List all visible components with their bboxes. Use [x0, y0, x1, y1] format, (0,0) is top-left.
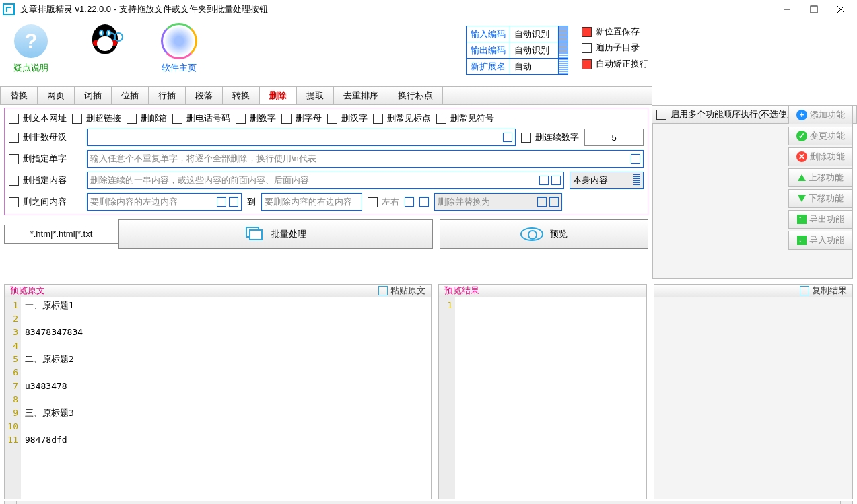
mid-row: *.htm|*.html|*.txt 批量处理 预览 — [0, 219, 652, 249]
window-title: 文章排版精灵 v1.22.0.0 - 支持拖放文件或文件夹到批量处理按钮 — [20, 3, 774, 15]
tab-9[interactable]: 去重排序 — [334, 87, 388, 104]
del-opt-6[interactable]: 删汉字 — [327, 112, 368, 124]
qq-icon — [88, 24, 122, 58]
tab-7[interactable]: 删除 — [260, 87, 297, 104]
tab-1[interactable]: 网页 — [38, 87, 75, 104]
newpos-checkbox[interactable]: 新位置保存 — [582, 26, 648, 38]
scroll-left-icon[interactable]: ◂ — [5, 501, 17, 504]
autowrap-checkbox[interactable]: 自动矫正换行 — [582, 58, 648, 70]
tab-6[interactable]: 转换 — [223, 87, 260, 104]
tab-4[interactable]: 行插 — [149, 87, 186, 104]
tab-0[interactable]: 替换 — [1, 87, 38, 104]
source-title: 预览原文 — [10, 285, 378, 297]
qq-button[interactable] — [78, 24, 132, 72]
sidebar-btn-4[interactable]: 下移功能 — [788, 189, 853, 208]
source-editor[interactable]: 1234567891011 一、原标题1 83478347834 二、原标题2 … — [4, 297, 432, 499]
del-contnum-checkbox[interactable]: 删连续数字 — [521, 131, 579, 143]
copy-icon[interactable] — [549, 197, 559, 207]
source-panel: 预览原文 粘贴原文 1234567891011 一、原标题1 834783478… — [4, 284, 432, 498]
paste-source-button[interactable]: 粘贴原文 — [378, 285, 425, 297]
copy-icon[interactable] — [419, 197, 429, 207]
minimize-button[interactable] — [774, 0, 800, 19]
help-icon: ? — [14, 24, 48, 58]
tab-2[interactable]: 词插 — [75, 87, 112, 104]
globe-icon — [162, 24, 196, 58]
result-editor[interactable]: 1 — [438, 297, 647, 499]
homepage-label: 软件主页 — [152, 62, 206, 74]
encoding-table: 输入编码 自动识别 输出编码 自动识别 新扩展名 自动 — [466, 26, 568, 75]
maximize-button[interactable] — [800, 0, 827, 19]
del-opt-0[interactable]: 删文本网址 — [9, 112, 67, 124]
del-opt-8[interactable]: 删常见符号 — [436, 112, 494, 124]
copy-icon[interactable] — [503, 133, 512, 142]
left-content-input[interactable]: 要删除内容的左边内容 — [87, 193, 242, 211]
sidebar-btn-5[interactable]: ↑导出功能 — [788, 210, 853, 229]
copy-icon — [800, 286, 809, 295]
tab-10[interactable]: 换行标点 — [388, 87, 443, 104]
del-opt-2[interactable]: 删邮箱 — [127, 112, 167, 124]
tab-5[interactable]: 段落 — [186, 87, 223, 104]
word-input[interactable]: 输入任意个不重复单字，将逐个全部删除，换行使用\n代表 — [87, 150, 644, 168]
homepage-button[interactable]: 软件主页 — [152, 24, 206, 74]
del-between-checkbox[interactable]: 删之间内容 — [9, 196, 81, 208]
close-button[interactable] — [827, 0, 854, 19]
sidebar-btn-6[interactable]: ↓导入功能 — [788, 231, 853, 250]
input-encoding-label: 输入编码 — [467, 26, 510, 42]
filetype-input[interactable]: *.htm|*.html|*.txt — [4, 225, 118, 244]
copy-icon[interactable] — [229, 197, 238, 207]
del-content-checkbox[interactable]: 删指定内容 — [9, 174, 81, 186]
new-ext-label: 新扩展名 — [467, 59, 510, 75]
scroll-right-icon[interactable]: ▸ — [840, 501, 852, 504]
sidebar: +添加功能✓变更功能✕删除功能上移功能下移功能↑导出功能↓导入功能 — [788, 106, 853, 252]
lr-checkbox[interactable]: 左右 — [368, 196, 399, 208]
contnum-input[interactable] — [584, 129, 644, 146]
content-mode-select[interactable]: 本身内容 — [570, 172, 644, 189]
sidebar-btn-2[interactable]: ✕删除功能 — [788, 147, 853, 166]
del-opt-3[interactable]: 删电话号码 — [172, 112, 230, 124]
sidebar-btn-0[interactable]: +添加功能 — [788, 106, 853, 124]
horizontal-scrollbar[interactable]: ◂ ▸ — [4, 501, 853, 504]
copy-panel: 复制结果 — [654, 284, 853, 498]
batch-button[interactable]: 批量处理 — [118, 219, 433, 249]
input-encoding-value[interactable]: 自动识别 — [510, 26, 559, 42]
del-opt-1[interactable]: 删超链接 — [72, 112, 121, 124]
help-button[interactable]: ? 疑点说明 — [4, 24, 58, 74]
del-opt-5[interactable]: 删字母 — [281, 112, 322, 124]
svg-rect-1 — [811, 6, 817, 13]
copy-icon[interactable] — [551, 176, 561, 185]
del-opt-4[interactable]: 删数字 — [236, 112, 276, 124]
stack-icon — [246, 227, 265, 242]
del-opt-7[interactable]: 删常见标点 — [373, 112, 431, 124]
result-panel: 预览结果 1 — [438, 284, 647, 498]
paste-icon[interactable] — [539, 176, 549, 185]
paste-icon[interactable] — [405, 197, 414, 207]
help-label: 疑点说明 — [4, 62, 58, 74]
function-tabs: 替换网页词插位插行插段落转换删除提取去重排序换行标点 — [0, 86, 652, 105]
sidebar-btn-1[interactable]: ✓变更功能 — [788, 127, 853, 145]
replace-input[interactable]: 删除并替换为 — [434, 193, 562, 211]
preview-button[interactable]: 预览 — [440, 219, 648, 249]
paste-icon[interactable] — [537, 197, 547, 207]
copy-result-button[interactable]: 复制结果 — [800, 285, 847, 297]
tab-3[interactable]: 位插 — [112, 87, 149, 104]
nonnumhan-input[interactable] — [87, 129, 516, 146]
new-ext-value[interactable]: 自动 — [510, 59, 559, 75]
recurse-checkbox[interactable]: 遍历子目录 — [582, 42, 648, 54]
output-encoding-value[interactable]: 自动识别 — [510, 42, 559, 59]
app-logo-icon — [3, 3, 15, 15]
right-content-input[interactable]: 要删除内容的右边内容 — [261, 193, 362, 211]
eye-icon — [520, 227, 543, 241]
header: ? 疑点说明 软件主页 输入编码 自动识别 输出编码 自动识别 新扩展名 自动 — [0, 19, 652, 86]
input-encoding-dropdown[interactable] — [559, 26, 568, 42]
paste-icon — [378, 286, 388, 295]
copy-icon[interactable] — [631, 154, 640, 164]
output-encoding-dropdown[interactable] — [559, 42, 568, 59]
sidebar-btn-3[interactable]: 上移功能 — [788, 168, 853, 187]
del-word-checkbox[interactable]: 删指定单字 — [9, 153, 81, 165]
delete-panel: 删文本网址删超链接删邮箱删电话号码删数字删字母删汉字删常见标点删常见符号 删非数… — [4, 108, 648, 215]
del-nonnumhan-checkbox[interactable]: 删非数母汉 — [9, 131, 81, 143]
new-ext-dropdown[interactable] — [559, 59, 568, 75]
paste-icon[interactable] — [217, 197, 226, 207]
content-input[interactable]: 删除连续的一串内容，或这些内容的前面内容、后面内容 — [87, 172, 564, 189]
tab-8[interactable]: 提取 — [297, 87, 334, 104]
